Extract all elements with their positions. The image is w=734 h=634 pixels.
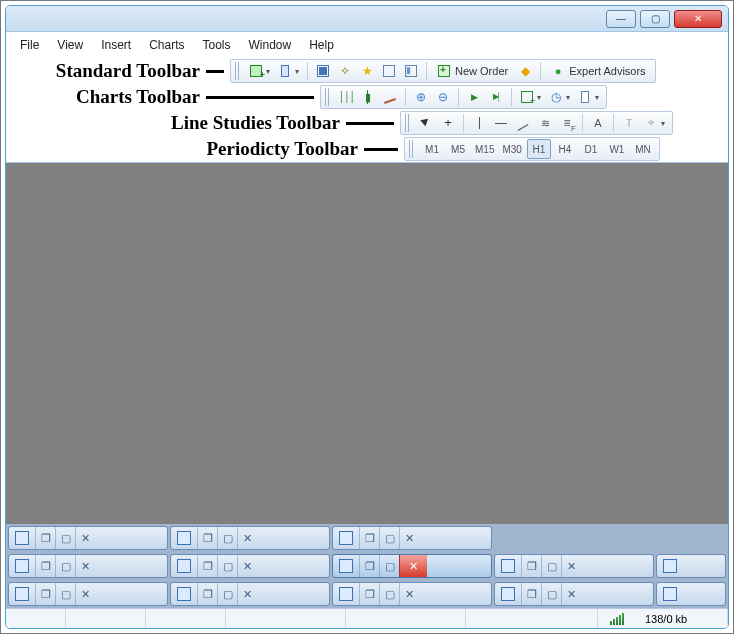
menu-help[interactable]: Help [309,38,334,52]
minimized-window-active[interactable]: ❐▢✕ [332,554,492,578]
market-watch-button[interactable] [313,61,333,81]
connection-status[interactable]: 138/0 kb [598,609,728,628]
minimized-window[interactable]: ❐▢✕ [494,554,654,578]
maximize-icon[interactable]: ▢ [379,555,399,577]
period-h1-button[interactable]: H1 [527,139,551,159]
close-icon[interactable]: ✕ [561,583,581,605]
dropdown-icon[interactable]: ▾ [295,67,302,76]
period-m1-button[interactable]: M1 [420,139,444,159]
dropdown-icon[interactable]: ▾ [537,93,544,102]
menu-insert[interactable]: Insert [101,38,131,52]
indicators-button[interactable] [517,87,537,107]
restore-icon[interactable]: ❐ [197,527,217,549]
period-m30-button[interactable]: M30 [499,139,524,159]
maximize-button[interactable]: ▢ [640,10,670,28]
trendline-button[interactable] [513,113,533,133]
close-icon[interactable]: ✕ [237,555,257,577]
close-icon[interactable]: ✕ [75,527,95,549]
equidistant-channel-button[interactable] [535,113,555,133]
minimized-window[interactable]: ❐▢✕ [8,554,168,578]
chart-shift-button[interactable] [486,87,506,107]
restore-icon[interactable]: ❐ [359,527,379,549]
close-icon[interactable]: ✕ [399,527,419,549]
maximize-icon[interactable]: ▢ [217,555,237,577]
maximize-icon[interactable]: ▢ [379,583,399,605]
templates-button[interactable] [575,87,595,107]
bar-chart-button[interactable] [336,87,356,107]
restore-icon[interactable]: ❐ [359,583,379,605]
maximize-icon[interactable]: ▢ [217,527,237,549]
minimized-window[interactable] [656,554,726,578]
minimized-window[interactable]: ❐▢✕ [494,582,654,606]
horizontal-line-button[interactable] [491,113,511,133]
restore-icon[interactable]: ❐ [197,583,217,605]
maximize-icon[interactable]: ▢ [541,555,561,577]
minimized-window[interactable]: ❐▢✕ [170,582,330,606]
text-label-button[interactable] [619,113,639,133]
fibonacci-button[interactable] [557,113,577,133]
dropdown-icon[interactable]: ▾ [661,119,668,128]
zoom-out-button[interactable] [433,87,453,107]
toolbar-grip[interactable] [325,88,330,106]
restore-icon[interactable]: ❐ [521,555,541,577]
crosshair-button[interactable] [438,113,458,133]
navigator-button[interactable] [335,61,355,81]
menu-charts[interactable]: Charts [149,38,184,52]
close-icon[interactable]: ✕ [399,555,427,577]
minimized-window[interactable]: ❐▢✕ [8,526,168,550]
minimized-window[interactable]: ❐▢✕ [8,582,168,606]
period-d1-button[interactable]: D1 [579,139,603,159]
restore-icon[interactable]: ❐ [197,555,217,577]
maximize-icon[interactable]: ▢ [217,583,237,605]
maximize-icon[interactable]: ▢ [55,527,75,549]
period-w1-button[interactable]: W1 [605,139,629,159]
period-m5-button[interactable]: M5 [446,139,470,159]
data-window-button[interactable] [357,61,377,81]
period-h4-button[interactable]: H4 [553,139,577,159]
new-order-button[interactable]: New Order [432,61,513,81]
menu-file[interactable]: File [20,38,39,52]
dropdown-icon[interactable]: ▾ [266,67,273,76]
restore-icon[interactable]: ❐ [35,583,55,605]
candlestick-button[interactable] [358,87,378,107]
menu-window[interactable]: Window [249,38,292,52]
close-icon[interactable]: ✕ [399,583,419,605]
strategy-tester-button[interactable] [401,61,421,81]
expert-advisors-button[interactable]: Expert Advisors [546,61,650,81]
maximize-icon[interactable]: ▢ [55,583,75,605]
metaeditor-button[interactable] [515,61,535,81]
dropdown-icon[interactable]: ▾ [566,93,573,102]
close-icon[interactable]: ✕ [561,555,581,577]
period-m15-button[interactable]: M15 [472,139,497,159]
restore-icon[interactable]: ❐ [359,555,379,577]
close-icon[interactable]: ✕ [75,555,95,577]
toolbar-grip[interactable] [405,114,410,132]
minimized-window[interactable]: ❐▢✕ [332,582,492,606]
maximize-icon[interactable]: ▢ [541,583,561,605]
vertical-line-button[interactable] [469,113,489,133]
objects-button[interactable] [641,113,661,133]
line-chart-button[interactable] [380,87,400,107]
close-icon[interactable]: ✕ [237,527,257,549]
new-chart-button[interactable] [246,61,266,81]
minimized-window[interactable]: ❐▢✕ [332,526,492,550]
terminal-button[interactable] [379,61,399,81]
restore-icon[interactable]: ❐ [35,555,55,577]
menu-tools[interactable]: Tools [203,38,231,52]
periodicity-button[interactable] [546,87,566,107]
toolbar-grip[interactable] [235,62,240,80]
zoom-in-button[interactable] [411,87,431,107]
restore-icon[interactable]: ❐ [521,583,541,605]
text-button[interactable] [588,113,608,133]
maximize-icon[interactable]: ▢ [55,555,75,577]
period-mn-button[interactable]: MN [631,139,655,159]
maximize-icon[interactable]: ▢ [379,527,399,549]
minimized-window[interactable] [656,582,726,606]
close-icon[interactable]: ✕ [237,583,257,605]
close-icon[interactable]: ✕ [75,583,95,605]
minimize-button[interactable]: — [606,10,636,28]
toolbar-grip[interactable] [409,140,414,158]
cursor-button[interactable] [416,113,436,133]
minimized-window[interactable]: ❐▢✕ [170,554,330,578]
auto-scroll-button[interactable] [464,87,484,107]
